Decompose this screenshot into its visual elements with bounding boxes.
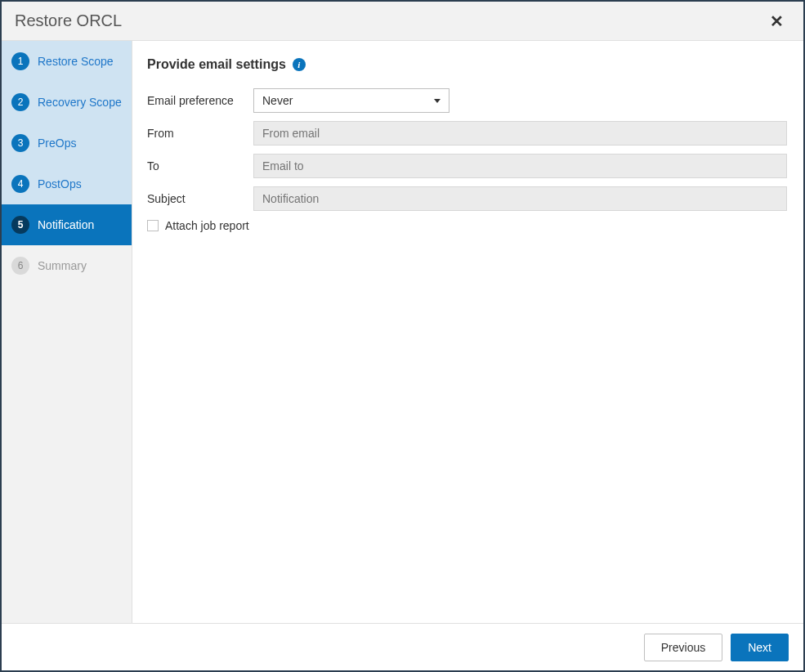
step-number: 3 <box>11 134 29 152</box>
step-label: Recovery Scope <box>38 96 122 109</box>
restore-modal: Restore ORCL ✕ 1 Restore Scope 2 Recover… <box>0 0 805 672</box>
subject-input <box>253 186 787 211</box>
step-label: PostOps <box>38 177 82 190</box>
modal-title: Restore ORCL <box>15 11 763 30</box>
step-notification[interactable]: 5 Notification <box>2 204 132 245</box>
step-number: 1 <box>11 52 29 70</box>
step-label: Summary <box>38 259 87 272</box>
row-to: To <box>147 154 787 178</box>
control-wrap <box>253 121 787 146</box>
step-number: 4 <box>11 175 29 193</box>
step-number: 2 <box>11 93 29 111</box>
chevron-down-icon <box>434 99 441 103</box>
control-wrap: Never <box>253 88 787 113</box>
step-summary[interactable]: 6 Summary <box>2 245 132 286</box>
label-email-preference: Email preference <box>147 94 253 107</box>
step-label: Notification <box>38 218 94 231</box>
section-title-row: Provide email settings i <box>147 57 787 72</box>
to-input <box>253 154 787 178</box>
step-label: Restore Scope <box>38 55 114 68</box>
step-number: 6 <box>11 257 29 275</box>
control-wrap <box>253 154 787 178</box>
info-icon[interactable]: i <box>293 58 306 71</box>
step-number: 5 <box>11 216 29 234</box>
close-icon: ✕ <box>770 12 784 30</box>
row-subject: Subject <box>147 186 787 211</box>
previous-button[interactable]: Previous <box>644 634 722 661</box>
step-label: PreOps <box>38 137 76 150</box>
modal-header: Restore ORCL ✕ <box>2 2 803 41</box>
control-wrap <box>253 186 787 211</box>
close-button[interactable]: ✕ <box>763 8 790 34</box>
attach-report-checkbox[interactable] <box>147 220 159 231</box>
modal-body: 1 Restore Scope 2 Recovery Scope 3 PreOp… <box>2 41 803 623</box>
row-attach-report: Attach job report <box>147 219 787 232</box>
step-postops[interactable]: 4 PostOps <box>2 164 132 204</box>
wizard-sidebar: 1 Restore Scope 2 Recovery Scope 3 PreOp… <box>2 41 132 623</box>
label-from: From <box>147 127 253 140</box>
row-email-preference: Email preference Never <box>147 88 787 113</box>
step-preops[interactable]: 3 PreOps <box>2 123 132 164</box>
content-panel: Provide email settings i Email preferenc… <box>132 41 803 623</box>
section-title: Provide email settings <box>147 57 286 72</box>
row-from: From <box>147 121 787 146</box>
step-restore-scope[interactable]: 1 Restore Scope <box>2 41 132 82</box>
select-value: Never <box>262 94 293 107</box>
attach-report-label: Attach job report <box>165 219 249 232</box>
email-preference-select[interactable]: Never <box>253 88 449 113</box>
next-button[interactable]: Next <box>731 634 789 661</box>
step-recovery-scope[interactable]: 2 Recovery Scope <box>2 82 132 123</box>
modal-footer: Previous Next <box>2 623 803 670</box>
label-subject: Subject <box>147 192 253 205</box>
from-input <box>253 121 787 146</box>
label-to: To <box>147 159 253 172</box>
